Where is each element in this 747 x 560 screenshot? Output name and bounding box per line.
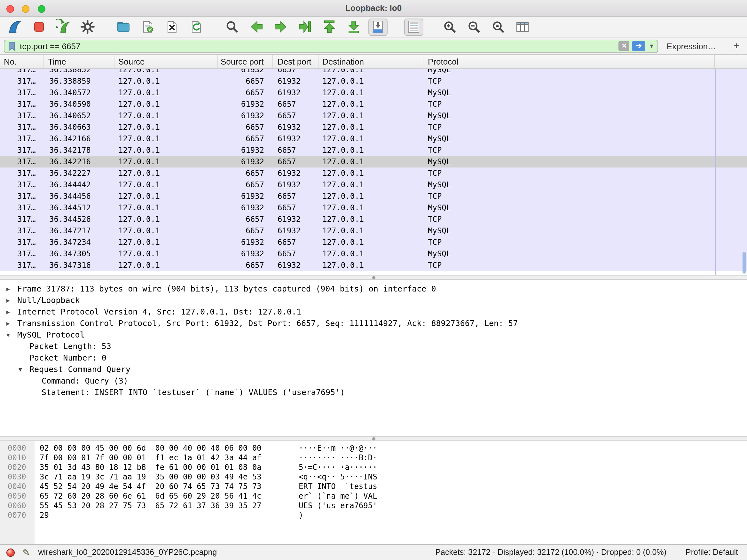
- packet-list-scrollbar-thumb[interactable]: [743, 252, 746, 274]
- packet-row[interactable]: 317…36.344512127.0.0.1619326657127.0.0.1…: [0, 202, 747, 214]
- capture-start-button[interactable]: [5, 18, 24, 35]
- packet-row[interactable]: 317…36.342227127.0.0.1665761932127.0.0.1…: [0, 167, 747, 179]
- packet-row[interactable]: 317…36.347316127.0.0.1665761932127.0.0.1…: [0, 260, 747, 271]
- pane-splitter-lower[interactable]: [0, 436, 747, 441]
- close-window-button[interactable]: [6, 5, 14, 13]
- hex-row[interactable]: 00107f 00 00 01 7f 00 00 01 f1 ec 1a 01 …: [0, 453, 747, 463]
- hex-row[interactable]: 007029): [0, 511, 747, 521]
- packet-row[interactable]: 317…36.340590127.0.0.1619326657127.0.0.1…: [0, 99, 747, 110]
- find-packet-button[interactable]: [223, 18, 242, 35]
- hex-row[interactable]: 004045 52 54 20 49 4e 54 4f 20 60 74 65 …: [0, 482, 747, 491]
- packet-row[interactable]: 317…36.344456127.0.0.1619326657127.0.0.1…: [0, 190, 747, 202]
- go-first-packet-button[interactable]: [320, 18, 339, 35]
- hex-bytes[interactable]: 29: [34, 511, 299, 521]
- zoom-original-button[interactable]: [489, 18, 508, 35]
- expand-right-icon[interactable]: ▶: [6, 283, 17, 295]
- detail-line[interactable]: Command: Query (3): [0, 375, 747, 387]
- minimize-window-button[interactable]: [22, 5, 30, 13]
- edit-comment-icon[interactable]: ✎: [22, 547, 30, 557]
- go-to-packet-button[interactable]: [295, 18, 315, 35]
- capture-stop-button[interactable]: [29, 18, 49, 35]
- filter-bookmark-icon[interactable]: [8, 41, 16, 51]
- detail-line[interactable]: ▶Null/Loopback: [0, 295, 747, 306]
- hex-row[interactable]: 00303c 71 aa 19 3c 71 aa 19 35 00 00 00 …: [0, 473, 747, 482]
- hex-ascii[interactable]: ERT INTO `testus: [299, 482, 377, 491]
- column-header-src-port[interactable]: Source port: [218, 55, 273, 69]
- expand-right-icon[interactable]: ▶: [6, 306, 17, 318]
- hex-ascii[interactable]: ········ ····B:D·: [299, 453, 377, 463]
- column-header-dst-port[interactable]: Dest port: [273, 55, 318, 69]
- column-header-time[interactable]: Time: [44, 55, 114, 69]
- expand-down-icon[interactable]: ▼: [6, 329, 17, 341]
- auto-scroll-button[interactable]: [368, 18, 388, 35]
- packet-row[interactable]: 317…36.340652127.0.0.1619326657127.0.0.1…: [0, 110, 747, 122]
- detail-line[interactable]: ▼Request Command Query: [0, 364, 747, 375]
- hex-ascii[interactable]: UES ('us era7695': [299, 501, 377, 511]
- column-header-destination[interactable]: Destination: [318, 55, 423, 69]
- detail-line[interactable]: ▶Frame 31787: 113 bytes on wire (904 bit…: [0, 283, 747, 295]
- expand-right-icon[interactable]: ▶: [6, 318, 17, 329]
- packet-row[interactable]: 317…36.344526127.0.0.1665761932127.0.0.1…: [0, 214, 747, 225]
- column-header-source[interactable]: Source: [114, 55, 218, 69]
- detail-line[interactable]: ▶Internet Protocol Version 4, Src: 127.0…: [0, 306, 747, 318]
- detail-line[interactable]: ▼MySQL Protocol: [0, 329, 747, 341]
- display-filter-input[interactable]: tcp.port == 6657 ✕ ➔ ▼: [4, 39, 659, 53]
- hex-bytes[interactable]: 02 00 00 00 45 00 00 6d 00 00 40 00 40 0…: [34, 444, 299, 453]
- capture-restart-button[interactable]: [54, 18, 73, 35]
- column-header-no[interactable]: No.: [0, 55, 44, 69]
- hex-bytes[interactable]: 3c 71 aa 19 3c 71 aa 19 35 00 00 00 03 4…: [34, 473, 299, 482]
- packet-row[interactable]: 317…36.340572127.0.0.1665761932127.0.0.1…: [0, 87, 747, 99]
- expert-info-icon[interactable]: [6, 548, 15, 557]
- detail-line[interactable]: ▶Transmission Control Protocol, Src Port…: [0, 318, 747, 329]
- hex-bytes[interactable]: 7f 00 00 01 7f 00 00 01 f1 ec 1a 01 42 3…: [34, 453, 299, 463]
- go-forward-button[interactable]: [271, 18, 290, 35]
- packet-row[interactable]: 317…36.338852127.0.0.1619326657127.0.0.1…: [0, 69, 747, 75]
- hex-bytes[interactable]: 65 72 60 20 28 60 6e 61 6d 65 60 29 20 5…: [34, 491, 299, 501]
- zoom-in-button[interactable]: [440, 18, 459, 35]
- packet-row[interactable]: 317…36.342216127.0.0.1619326657127.0.0.1…: [0, 156, 747, 167]
- hex-ascii[interactable]: ): [299, 511, 303, 521]
- resize-columns-button[interactable]: [513, 18, 532, 35]
- save-capture-file-button[interactable]: [138, 18, 157, 35]
- close-capture-file-button[interactable]: [162, 18, 182, 35]
- profile-label[interactable]: Profile: Default: [686, 548, 738, 557]
- go-last-packet-button[interactable]: [344, 18, 363, 35]
- packet-row[interactable]: 317…36.342178127.0.0.1619326657127.0.0.1…: [0, 144, 747, 156]
- column-header-protocol[interactable]: Protocol: [423, 55, 715, 69]
- detail-line[interactable]: Statement: INSERT INTO `testuser` (`name…: [0, 387, 747, 398]
- packet-row[interactable]: 317…36.347234127.0.0.1619326657127.0.0.1…: [0, 237, 747, 248]
- detail-line[interactable]: Packet Number: 0: [0, 352, 747, 364]
- hex-ascii[interactable]: 5·=C···· ·a······: [299, 463, 377, 473]
- expand-right-icon[interactable]: ▶: [6, 295, 17, 306]
- hex-ascii[interactable]: er` (`na me`) VAL: [299, 491, 377, 501]
- hex-bytes[interactable]: 35 01 3d 43 80 18 12 b8 fe 61 00 00 01 0…: [34, 463, 299, 473]
- detail-line[interactable]: Packet Length: 53: [0, 341, 747, 352]
- zoom-out-button[interactable]: [464, 18, 484, 35]
- packet-row[interactable]: 317…36.344442127.0.0.1665761932127.0.0.1…: [0, 179, 747, 190]
- packet-row[interactable]: 317…36.338859127.0.0.1665761932127.0.0.1…: [0, 75, 747, 87]
- go-back-button[interactable]: [247, 18, 266, 35]
- packet-row[interactable]: 317…36.340663127.0.0.1665761932127.0.0.1…: [0, 122, 747, 133]
- zoom-window-button[interactable]: [38, 5, 45, 13]
- reload-capture-file-button[interactable]: [187, 18, 206, 35]
- expression-button[interactable]: Expression…: [667, 41, 716, 51]
- filter-query-text[interactable]: tcp.port == 6657: [20, 41, 619, 51]
- expand-down-icon[interactable]: ▼: [19, 364, 29, 375]
- add-filter-button[interactable]: +: [733, 40, 739, 52]
- packet-row[interactable]: 317…36.347305127.0.0.1619326657127.0.0.1…: [0, 248, 747, 260]
- hex-bytes[interactable]: 55 45 53 20 28 27 75 73 65 72 61 37 36 3…: [34, 501, 299, 511]
- colorize-button[interactable]: [404, 18, 423, 35]
- capture-options-button[interactable]: [78, 18, 97, 35]
- packet-row[interactable]: 317…36.347217127.0.0.1665761932127.0.0.1…: [0, 225, 747, 237]
- hex-row[interactable]: 005065 72 60 20 28 60 6e 61 6d 65 60 29 …: [0, 491, 747, 501]
- filter-apply-button[interactable]: ➔: [632, 41, 646, 51]
- hex-row[interactable]: 000002 00 00 00 45 00 00 6d 00 00 40 00 …: [0, 444, 747, 453]
- open-capture-file-button[interactable]: [114, 18, 133, 35]
- hex-ascii[interactable]: ····E··m ··@·@···: [299, 444, 377, 453]
- filter-dropdown-chevron-icon[interactable]: ▼: [649, 43, 654, 49]
- packet-row[interactable]: 317…36.342166127.0.0.1665761932127.0.0.1…: [0, 133, 747, 144]
- pane-splitter-upper[interactable]: [0, 275, 747, 280]
- hex-row[interactable]: 006055 45 53 20 28 27 75 73 65 72 61 37 …: [0, 501, 747, 511]
- filter-clear-button[interactable]: ✕: [619, 41, 629, 51]
- hex-ascii[interactable]: <q··<q·· 5····INS: [299, 473, 377, 482]
